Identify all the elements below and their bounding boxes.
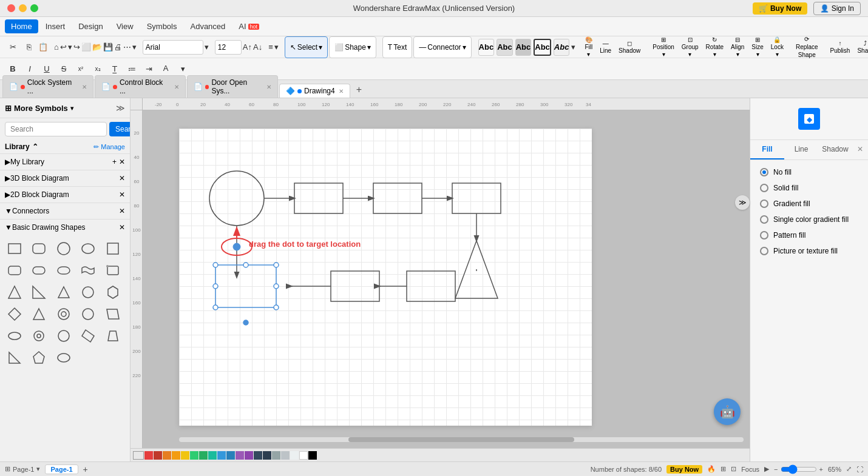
size-button[interactable]: ⊞ Size▾ xyxy=(748,36,766,58)
play-icon[interactable]: ▶ xyxy=(764,465,769,473)
shape-ellipse-outline[interactable] xyxy=(78,239,98,258)
dropdown-btn[interactable]: ▾ xyxy=(132,39,137,55)
shape-trapezoid[interactable] xyxy=(103,326,123,346)
zoom-out-icon[interactable]: − xyxy=(774,466,778,473)
tab-close-3[interactable]: ✕ xyxy=(339,88,344,95)
menu-design[interactable]: Design xyxy=(72,19,109,33)
close-2d-icon[interactable]: ✕ xyxy=(119,190,125,199)
zoom-fit-icon[interactable]: ⊡ xyxy=(731,465,736,473)
fill-option-single-gradient[interactable]: Single color gradient fill xyxy=(755,212,863,227)
undo-button[interactable]: ↩ xyxy=(60,39,67,55)
shape-stadium[interactable] xyxy=(54,261,73,280)
page-dropdown-icon[interactable]: ▾ xyxy=(36,465,40,473)
menu-view[interactable]: View xyxy=(110,19,140,33)
copy-button[interactable]: ⎘ xyxy=(21,39,37,55)
home-button[interactable]: ⌂ xyxy=(54,39,59,55)
close-library-icon[interactable]: ✕ xyxy=(119,158,125,166)
no-color-swatch[interactable] xyxy=(133,451,144,460)
shape-circle[interactable] xyxy=(54,239,73,258)
close-basic-icon[interactable]: ✕ xyxy=(119,223,125,232)
color-green-2[interactable] xyxy=(199,451,208,460)
fit-screen-icon[interactable]: ⤢ xyxy=(846,465,852,473)
menu-insert[interactable]: Insert xyxy=(39,19,72,33)
shape-triangle[interactable] xyxy=(5,283,24,302)
shape-rect-rounded[interactable] xyxy=(29,239,49,258)
buy-now-button[interactable]: 🛒 Buy Now xyxy=(753,2,807,15)
shape-donut[interactable] xyxy=(54,304,73,324)
group-button[interactable]: ⊡ Group▾ xyxy=(679,36,702,58)
font-size-up[interactable]: A↑ xyxy=(243,39,252,55)
2d-block-header[interactable]: ▶ 2D Block Diagram ✕ xyxy=(0,187,130,203)
manage-button[interactable]: ✏ Manage xyxy=(93,143,125,151)
color-red-1[interactable] xyxy=(144,451,153,460)
rotate-button[interactable]: ↻ Rotate▾ xyxy=(703,36,727,58)
shape-ring[interactable] xyxy=(29,326,49,346)
tab-door-open[interactable]: 📄 Door Open Sys... ✕ xyxy=(187,75,278,98)
canvas[interactable]: drag the dot to target location xyxy=(143,110,750,448)
more-btn[interactable]: ⋯ xyxy=(123,39,131,55)
shape-rect[interactable] xyxy=(5,239,24,258)
font-size-down[interactable]: A↓ xyxy=(253,39,262,55)
color-purple-1[interactable] xyxy=(236,451,244,460)
menu-symbols[interactable]: Symbols xyxy=(141,19,183,33)
redo-button[interactable]: ↪ xyxy=(73,39,80,55)
my-library-header[interactable]: ▶ My Library + ✕ xyxy=(0,154,130,170)
bold-button[interactable]: B xyxy=(5,61,21,77)
fill-color-button[interactable]: ◆ xyxy=(798,108,820,130)
color-dark[interactable] xyxy=(254,451,262,460)
open-button[interactable]: 📂 xyxy=(92,39,102,55)
add-tab-button[interactable]: + xyxy=(351,82,367,98)
style-btn-3[interactable]: Abc xyxy=(515,39,532,56)
shape-triangle-rt[interactable] xyxy=(5,348,24,367)
font-color-dropdown[interactable]: ▾ xyxy=(175,61,191,77)
menu-home[interactable]: Home xyxy=(5,19,38,33)
menu-advanced[interactable]: Advanced xyxy=(184,19,231,33)
layers-icon[interactable]: ⊞ xyxy=(721,465,726,473)
font-expand-icon[interactable]: ▾ xyxy=(205,39,209,55)
style-btn-2[interactable]: Abc xyxy=(497,39,513,56)
align-btn[interactable]: ≡ xyxy=(268,39,273,55)
share-button[interactable]: ⤴Share xyxy=(854,36,868,58)
fill-option-pattern[interactable]: Pattern fill xyxy=(755,228,863,243)
shape-circle3[interactable] xyxy=(54,326,73,346)
fill-option-solid[interactable]: Solid fill xyxy=(755,181,863,195)
shape-triangle2[interactable] xyxy=(54,283,73,302)
add-page-button[interactable]: + xyxy=(83,464,88,474)
color-black[interactable] xyxy=(308,451,317,460)
tab-close-0[interactable]: ✕ xyxy=(82,84,87,90)
scrollbar-thumb[interactable] xyxy=(348,437,574,442)
shape-square[interactable] xyxy=(103,239,123,258)
lock-button[interactable]: 🔒 Lock▾ xyxy=(768,36,787,58)
color-white[interactable] xyxy=(299,451,308,460)
font-color-button[interactable]: A xyxy=(158,61,174,77)
font-size-input[interactable] xyxy=(215,40,242,55)
fill-option-none[interactable]: No fill xyxy=(755,165,863,179)
buy-now-status-button[interactable]: Buy Now xyxy=(666,465,702,474)
shape-triangle3[interactable] xyxy=(29,304,49,324)
shape-hexagon[interactable] xyxy=(103,283,123,302)
shape-oval2[interactable] xyxy=(54,348,73,367)
shape-circle2[interactable] xyxy=(78,304,98,324)
fullscreen-icon[interactable]: ⛶ xyxy=(856,466,863,473)
zoom-slider[interactable] xyxy=(781,464,817,474)
text-style-button[interactable]: T̲ xyxy=(107,61,123,77)
styles-more[interactable]: ▾ xyxy=(571,39,575,55)
color-yellow[interactable] xyxy=(181,451,189,460)
text-button[interactable]: T Text xyxy=(382,36,412,58)
menu-ai[interactable]: AI hot xyxy=(232,19,265,33)
panel-fill-tab[interactable]: Fill xyxy=(750,140,784,159)
connectors-header[interactable]: ▼ Connectors ✕ xyxy=(0,203,130,219)
select-button[interactable]: ↖ Select ▾ xyxy=(285,36,328,58)
color-red-2[interactable] xyxy=(154,451,162,460)
page-layout-icon[interactable]: ⊞ xyxy=(5,465,10,473)
italic-button[interactable]: I xyxy=(22,61,38,77)
position-button[interactable]: ⊞ Position▾ xyxy=(649,36,677,58)
shape-pentagon[interactable] xyxy=(29,348,49,367)
new-button[interactable]: ⬜ xyxy=(81,39,91,55)
connector-button[interactable]: — Connector ▾ xyxy=(413,36,471,58)
fill-button[interactable]: 🎨 Fill▾ xyxy=(581,36,595,58)
add-library-icon[interactable]: + xyxy=(112,158,117,166)
print-button[interactable]: 🖨 xyxy=(114,39,122,55)
strikethrough-button[interactable]: S xyxy=(56,61,72,77)
shape-diamond[interactable] xyxy=(5,304,24,324)
